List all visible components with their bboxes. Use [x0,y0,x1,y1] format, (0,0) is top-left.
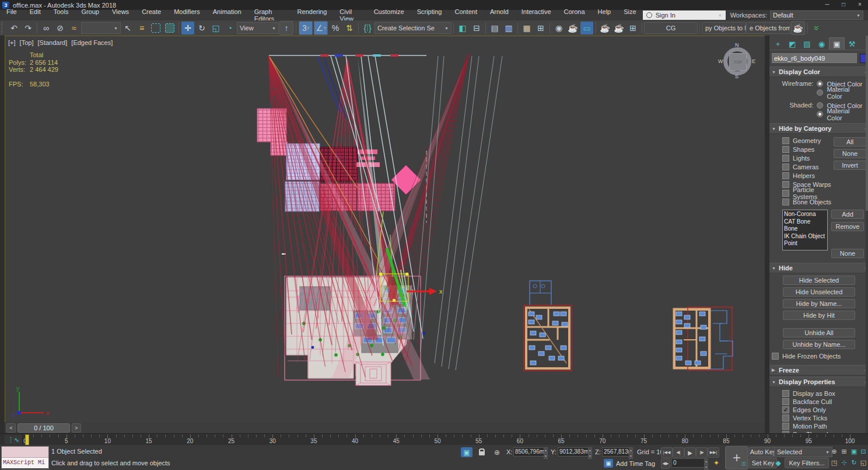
redo-icon[interactable]: ↷ [22,22,34,34]
viewcube-south[interactable]: S [735,74,738,79]
x-coordinate-field[interactable]: 8506,796mm [513,447,546,457]
checkbox-icon[interactable] [772,353,779,360]
previous-frame-button[interactable]: < [6,423,16,433]
z-coordinate-field[interactable]: 2567,813mm [602,447,631,457]
minimize-button[interactable]: ─ [819,0,835,10]
y-coordinate-field[interactable]: 9012,383mm [558,447,590,457]
category-geometry[interactable]: Geometry [782,136,834,145]
category-lights[interactable]: Lights [782,154,834,162]
spinner-snap-icon[interactable]: ⇅ [343,22,356,34]
rollout-display-color[interactable]: ▼Display Color▪ [769,67,868,77]
panel-scrollbar[interactable] [866,36,868,433]
open-in-cloud-icon[interactable]: ⊞ [626,22,639,34]
close-button[interactable]: × [852,0,868,10]
time-slider-handle[interactable]: 0 / 100 [18,423,70,433]
wireframe-material-color-radio[interactable]: Material Color [817,88,866,97]
percent-snap-icon[interactable]: % [329,22,342,34]
frame-spinner[interactable]: ▲▼ [704,458,708,468]
hide-unselectedbutton[interactable]: Hide Unselected [783,287,855,297]
paste-objects-from-file-button[interactable]: e Objects from [746,22,790,34]
undo-icon[interactable]: ↶ [8,22,20,34]
viewcube-top-face[interactable]: TOP [729,53,747,71]
next-key-button[interactable]: |▶ [696,447,708,458]
list-item[interactable]: IK Chain Object [784,233,826,241]
select-and-scale-icon[interactable]: ◱ [209,22,222,34]
auto-key-button[interactable]: Auto Key [749,447,777,457]
track-bar[interactable]: ⋮∿ 0510152025303540455055606570758085909… [0,433,868,446]
list-item[interactable]: Non-Corona [784,211,826,218]
rollout-hide[interactable]: ▼Hide▪ [769,263,868,273]
checkbox-icon[interactable] [782,146,789,153]
category-particle-systems[interactable]: Particle Systems [782,189,834,197]
maxscript-macro-pane[interactable] [2,447,48,458]
checkbox-icon[interactable] [782,181,789,188]
viewport-menu-shading[interactable]: [Standard] [38,39,68,46]
tab-display[interactable]: ▣ [829,37,845,50]
zoom-region-icon[interactable]: ◳ [830,458,839,467]
curve-editor-icon[interactable]: ▦ [520,22,533,34]
select-by-name-icon[interactable]: ≡ [135,22,148,34]
add-button[interactable]: Add [831,210,864,219]
align-icon[interactable]: ⊟ [470,22,483,34]
rollout-hide-by-category[interactable]: ▼Hide by Category▪ [769,123,868,134]
render-setup-icon[interactable]: ☕ [566,22,579,34]
go-to-end-button[interactable]: ▶▶| [708,447,719,458]
list-item[interactable]: CAT Bone [784,218,826,226]
zoom-icon[interactable]: ⊕ [830,447,839,456]
tab-motion[interactable]: ◉ [814,38,829,50]
y-spinner[interactable]: ▲▼ [588,447,592,457]
category-shapes[interactable]: Shapes [782,145,834,154]
absolute-mode-icon[interactable]: ⊕ [491,447,503,457]
sign-in-button[interactable]: Sign In ▼ [643,11,726,20]
checkbox-icon[interactable] [782,415,789,422]
edit-named-selection-sets-icon[interactable]: {⁞} [361,22,374,34]
selection-lock-icon[interactable] [476,447,488,457]
go-to-start-button[interactable]: |◀◀ [661,447,673,458]
default-in-out-tangent-icon[interactable]: ✦ [710,458,722,468]
select-and-place-icon[interactable]: ◔ [223,22,236,34]
render-production-icon[interactable]: ☕ [598,22,611,34]
checkbox-icon[interactable] [782,137,789,144]
maximize-viewport-icon[interactable]: ◱ [859,458,868,467]
zoom-all-icon[interactable]: ⊞ [839,447,849,456]
isolate-selection-icon[interactable]: ▣ [461,447,473,457]
render-window-icon[interactable]: ☕ [791,21,805,35]
category-bone-objects[interactable]: Bone Objects [782,197,834,206]
ribbon-toggle-icon[interactable]: ▥ [502,22,515,34]
select-and-rotate-icon[interactable]: ↻ [195,22,208,34]
add-time-tag[interactable]: ▣ Add Time Tag [604,459,655,468]
checkbox-icon[interactable] [782,390,789,397]
workspace-dropdown[interactable]: Default ▼ [770,11,863,20]
time-slider-position-marker[interactable] [25,434,29,445]
snap-toggle-3d-icon[interactable]: 3? [299,21,313,35]
cg-toolbar-button[interactable]: CG [644,22,698,34]
render-iterative-icon[interactable]: ☕ [612,22,625,34]
create-key-button[interactable]: +⚿ [725,446,748,469]
reference-coordinate-dropdown[interactable]: View▼ [237,22,279,34]
checkbox-icon[interactable] [782,163,789,170]
tab-utilities[interactable]: ⚒ [845,38,859,50]
x-spinner[interactable]: ▲▼ [544,447,548,457]
category-cameras[interactable]: Cameras [782,162,834,171]
layer-explorer-icon[interactable]: ▤ [488,22,501,34]
key-step-toggle[interactable]: ◀▶ [661,458,670,469]
remove-button[interactable]: Remove [831,222,864,231]
viewport-menu-general[interactable]: [+] [8,39,16,46]
tab-hierarchy[interactable]: ▤ [800,38,814,50]
checkbox-icon[interactable] [782,155,789,162]
viewport-top[interactable]: x [+] [Top] [Standard] [Edged Faces] Tot… [5,36,765,423]
dp-display-as-box[interactable]: Display as Box [782,389,866,398]
selection-set-key-dropdown[interactable]: Selected▼ [774,447,832,457]
checkbox-icon[interactable] [782,398,789,405]
dp-backface-cull[interactable]: Backface Cull [782,398,866,406]
checkbox-icon[interactable]: ✓ [782,406,789,413]
rectangular-selection-region-icon[interactable] [151,23,160,33]
corona-toolbar-icon[interactable]: » [810,22,823,34]
checkbox-icon[interactable] [782,190,789,197]
rollout-display-properties[interactable]: ▼Display Properties▪ [769,377,868,387]
checkbox-icon[interactable] [782,172,789,179]
zoom-extents-icon[interactable]: ▣ [849,447,859,456]
category-listbox[interactable]: Non-CoronaCAT BoneBoneIK Chain ObjectPoi… [782,210,828,250]
rollout-freeze[interactable]: ▶Freeze▪ [769,365,868,375]
invert-button[interactable]: Invert [834,161,866,170]
